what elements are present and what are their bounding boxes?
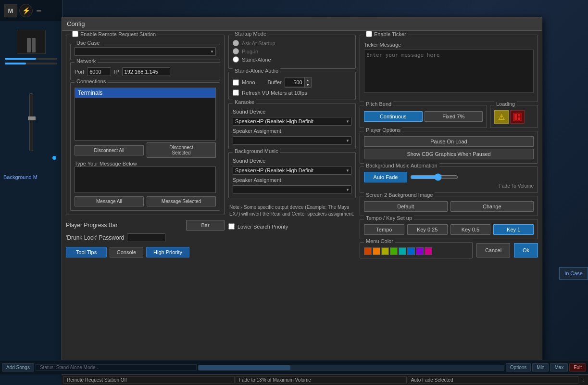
message-label: Type Your Message Below — [75, 161, 216, 167]
karaoke-group: Karaoke Sound Device Speaker/HP (Realtek… — [228, 103, 356, 149]
max-button[interactable]: Max — [550, 363, 568, 372]
key1-button[interactable]: Key 1 — [493, 224, 534, 235]
radio-ask-label: Ask At Startup — [242, 40, 275, 46]
add-songs-button[interactable]: Add Songs — [2, 363, 34, 372]
default-bg-button[interactable]: Default — [364, 201, 448, 212]
spinner-up[interactable]: ▲ — [304, 77, 311, 82]
radio-item-standalone: Stand-Alone — [233, 56, 351, 63]
show-cdg-button[interactable]: Show CDG Graphics When Paused — [364, 149, 534, 159]
tempo-button[interactable]: Tempo — [364, 224, 404, 235]
message-selected-button[interactable]: Message Selected — [147, 196, 216, 206]
disconnect-selected-button[interactable]: DisconnectSelected — [147, 142, 216, 158]
buffer-label: Buffer — [268, 79, 282, 85]
karaoke-speaker-select[interactable] — [233, 136, 351, 145]
swatch-green[interactable] — [390, 247, 398, 255]
ok-button[interactable]: Ok — [514, 243, 538, 257]
spinner-buttons: ▲ ▼ — [304, 77, 311, 87]
message-all-button[interactable]: Message All — [75, 196, 144, 206]
port-label: Port — [75, 69, 84, 75]
swatch-yellow[interactable] — [381, 247, 389, 255]
terminals-item[interactable]: Terminals — [75, 88, 215, 98]
radio-plugin[interactable] — [233, 48, 239, 54]
drunk-lock-label: 'Drunk Lock' Password — [66, 234, 124, 241]
lower-search-checkbox[interactable] — [228, 223, 235, 230]
bg-speaker-label: Speaker Assignment — [233, 177, 281, 183]
karaoke-device-select[interactable]: Speaker/HP (Realtek High Definit — [233, 117, 351, 126]
bottom-toolbar: Add Songs Status: Stand Alone Mode... Op… — [0, 360, 588, 374]
enable-ticker-checkbox[interactable] — [366, 31, 372, 37]
change-bg-button[interactable]: Change — [450, 201, 534, 212]
drunk-lock-input[interactable] — [127, 233, 165, 242]
swatch-pink[interactable] — [425, 247, 432, 255]
tool-tips-button[interactable]: Tool Tips — [66, 247, 107, 257]
bg-speaker-select[interactable] — [233, 185, 351, 194]
bg-sound-device-section: Sound Device Speaker/HP (Realtek High De… — [233, 157, 351, 175]
player-options-buttons: Pause On Load Show CDG Graphics When Pau… — [364, 136, 534, 159]
status-bar: Remote Request Station Off Fade to 13% o… — [62, 374, 588, 385]
remote-request-label: Enable Remote Request Station — [70, 31, 158, 37]
ip-label: IP — [114, 69, 119, 75]
mono-label: Mono — [242, 79, 255, 85]
swatch-red-orange[interactable] — [364, 247, 372, 255]
disconnect-all-button[interactable]: Disconnect All — [75, 145, 144, 155]
svg-rect-3 — [518, 117, 520, 120]
col-right: Enable Ticker Ticker Message Pitch Bend … — [360, 35, 538, 370]
note-text: Note:- Some specific output device (Exam… — [228, 201, 356, 220]
radio-plugin-label: Plug-in — [242, 49, 258, 54]
continuous-button[interactable]: Continuous — [364, 111, 423, 122]
ip-input[interactable] — [122, 67, 170, 76]
fade-volume-slider[interactable] — [410, 173, 458, 181]
enable-remote-checkbox[interactable] — [72, 31, 78, 37]
auto-fade-button[interactable]: Auto Fade — [364, 172, 407, 182]
pause-on-load-button[interactable]: Pause On Load — [364, 136, 534, 147]
power-button[interactable]: ⚡ — [19, 4, 33, 17]
cancel-button[interactable]: Cancel — [476, 243, 510, 257]
swatch-orange[interactable] — [373, 247, 380, 255]
swatch-blue[interactable] — [407, 247, 415, 255]
options-button[interactable]: Options — [506, 363, 531, 372]
refresh-vu-checkbox[interactable] — [233, 90, 239, 96]
status-segment-2: Fade to 13% of Maximum Volume — [236, 376, 407, 384]
radio-standalone[interactable] — [233, 56, 239, 63]
key025-button[interactable]: Key 0.25 — [407, 224, 448, 235]
swatch-purple[interactable] — [416, 247, 424, 255]
swatch-cyan[interactable] — [399, 247, 406, 255]
screen2-bg-group: Screen 2 Background Image Default Change — [360, 196, 538, 216]
fixed-button[interactable]: Fixed 7% — [425, 111, 483, 122]
startup-mode-radios: Ask At Startup Plug-in Stand-Alone — [233, 38, 351, 64]
m-button[interactable]: M — [4, 4, 17, 17]
resize-handle[interactable]: :: — [579, 377, 586, 383]
karaoke-device-wrapper: Speaker/HP (Realtek High Definit — [233, 117, 351, 126]
ticker-message-input[interactable] — [364, 50, 534, 93]
status-segment-3: Auto Fade Selected — [408, 376, 579, 384]
use-case-select[interactable] — [75, 47, 216, 56]
radio-ask[interactable] — [233, 40, 239, 46]
bg-device-select[interactable]: Speaker/HP (Realtek High Definit — [233, 166, 351, 175]
port-input[interactable] — [87, 67, 111, 76]
dash-icon[interactable] — [37, 10, 41, 12]
refresh-vu-label: Refresh VU Meters at 10fps — [242, 90, 307, 96]
bg-sound-label: Sound Device — [233, 158, 266, 164]
message-buttons-row: Message All Message Selected — [75, 196, 216, 206]
progress-bar-button[interactable]: Bar — [186, 220, 225, 231]
warning-icon[interactable]: ⚠ — [494, 110, 509, 124]
screen2-buttons-row: Default Change — [364, 201, 534, 212]
high-priority-button[interactable]: High Priority — [146, 247, 189, 257]
ticker-message-label: Ticker Message — [364, 42, 534, 48]
config-titlebar: Config — [62, 17, 542, 31]
in-case-button[interactable]: In Case — [559, 267, 588, 280]
message-textarea[interactable] — [75, 167, 216, 193]
enable-ticker-label: Enable Ticker — [364, 31, 408, 37]
error-icon[interactable] — [510, 110, 525, 124]
key05-button[interactable]: Key 0.5 — [450, 224, 491, 235]
min-button[interactable]: Min — [532, 363, 549, 372]
progress-label: Player Progress Bar — [66, 222, 117, 229]
karaoke-sound-device-section: Sound Device Speaker/HP (Realtek High De… — [233, 108, 351, 126]
exit-button[interactable]: Exit — [569, 363, 586, 372]
mono-checkbox[interactable] — [233, 79, 239, 86]
buffer-input[interactable] — [285, 78, 304, 86]
console-button[interactable]: Console — [110, 247, 143, 257]
spinner-down[interactable]: ▼ — [304, 82, 311, 87]
left-panel-top: M ⚡ — [0, 0, 62, 21]
progress-bar-display — [198, 365, 504, 371]
